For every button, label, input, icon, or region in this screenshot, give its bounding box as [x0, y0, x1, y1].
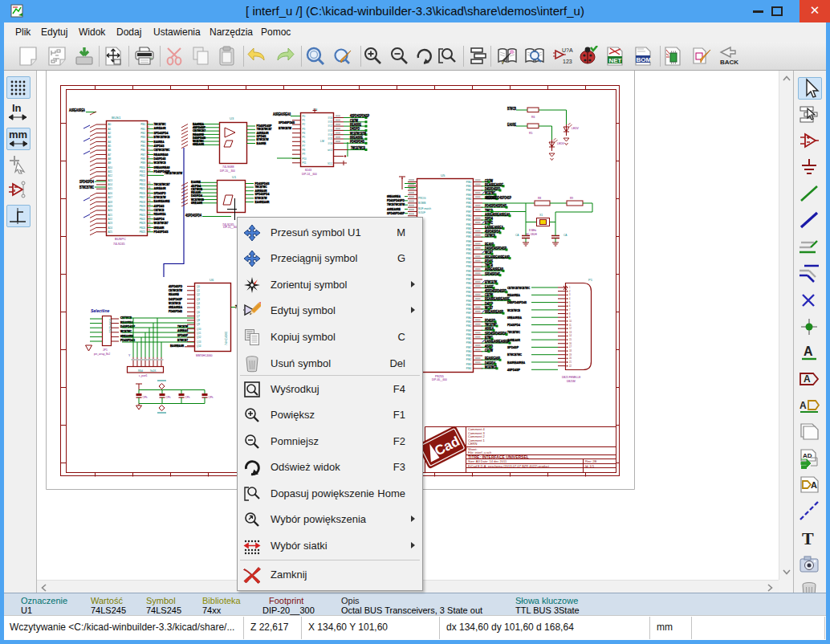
svg-text:9: 9 [569, 316, 571, 319]
svg-text:EA0RE: EA0RE [257, 142, 267, 145]
svg-text:17: 17 [569, 345, 572, 348]
svg-text:I/O2: I/O2 [328, 124, 333, 128]
svg-text:WCB7WCB: WCB7WCB [169, 302, 181, 305]
svg-text:PB19: PB19 [140, 205, 146, 208]
svg-text:P/B7: P/B7 [466, 210, 472, 214]
svg-text:PD4SPD4S: PD4SPD4S [169, 310, 183, 313]
svg-text:BUSPC: BUSPC [115, 237, 126, 241]
svg-text:P/B2: P/B2 [466, 291, 472, 294]
svg-text:P/B6: P/B6 [466, 274, 472, 277]
svg-text:D4SPD4: D4SPD4 [154, 218, 165, 221]
svg-text:T: T [802, 528, 814, 548]
svg-text:0REA0R: 0REA0R [191, 202, 202, 205]
svg-text:P/B3: P/B3 [466, 295, 472, 298]
svg-text:DIP-24__600: DIP-24__600 [302, 173, 317, 176]
svg-text:7WCB7WC: 7WCB7WC [507, 330, 520, 334]
svg-text:12: 12 [569, 327, 572, 330]
svg-text:PB11: PB11 [140, 170, 145, 173]
svg-text:Id: 1/1: Id: 1/1 [585, 464, 595, 468]
svg-text:Q13: Q13 [197, 340, 201, 344]
svg-text:EA0REA: EA0REA [154, 141, 165, 144]
svg-text:7WCB7WCB7W: 7WCB7WCB7W [387, 203, 405, 206]
svg-text:Q4: Q4 [197, 302, 200, 305]
svg-text:PB20: PB20 [140, 209, 146, 212]
svg-text:REA0REA0RE: REA0REA0RE [485, 183, 503, 187]
svg-text:4SPD4S: 4SPD4S [154, 145, 165, 148]
svg-text:P/B3: P/B3 [466, 363, 472, 366]
svg-text:21: 21 [569, 361, 572, 364]
svg-text:0REA0REA0: 0REA0REA0 [154, 166, 170, 169]
svg-text:A1: A1 [108, 128, 112, 131]
svg-text:4: 4 [569, 297, 571, 300]
svg-text:CPh: CPh [166, 396, 171, 399]
svg-text:D4SPD4: D4SPD4 [485, 361, 495, 365]
svg-text:DIP-40__600: DIP-40__600 [432, 378, 447, 381]
svg-text:Selectline: Selectline [91, 308, 110, 313]
svg-text:D4SPD4SPD4SP: D4SPD4SPD4SP [485, 247, 507, 251]
svg-text:A18: A18 [108, 201, 113, 204]
svg-text:EA0REA0R: EA0REA0R [170, 344, 184, 348]
svg-text:A8: A8 [108, 157, 112, 161]
svg-text:Rev: 2B: Rev: 2B [585, 459, 597, 463]
svg-text:In: In [12, 102, 22, 114]
svg-text:A25: A25 [108, 230, 113, 234]
svg-text:D4SPD4SP: D4SPD4SP [169, 298, 183, 301]
svg-text:Q14: Q14 [197, 344, 201, 348]
svg-text:Q9: Q9 [197, 323, 200, 326]
svg-text:Q7: Q7 [197, 315, 200, 318]
svg-text:PB24: PB24 [140, 226, 146, 230]
svg-text:DB25 FEMELLE: DB25 FEMELLE [562, 376, 580, 379]
svg-text:CB7WCB7W: CB7WCB7W [169, 289, 182, 292]
svg-text:B7WCB7WC: B7WCB7WC [507, 353, 522, 357]
svg-text:7WCB7WCB7W: 7WCB7WCB7W [165, 172, 182, 175]
svg-text:A10: A10 [108, 166, 113, 169]
svg-text:P/B4: P/B4 [466, 333, 472, 336]
svg-text:SPD4SPD4SP: SPD4SPD4SP [387, 212, 405, 215]
svg-text:15: 15 [569, 338, 572, 341]
svg-text:CPh: CPh [185, 396, 190, 399]
svg-text:PB25: PB25 [140, 230, 146, 234]
svg-text:SPD4SP: SPD4SP [177, 334, 189, 337]
svg-text:3: 3 [569, 293, 571, 296]
svg-text:P8: P8 [303, 149, 306, 152]
svg-text:DB25M: DB25M [567, 380, 576, 383]
svg-text:A0REA0REA0: A0REA0REA0 [273, 112, 291, 116]
svg-text:PB1: PB1 [140, 128, 145, 131]
svg-text:14: 14 [569, 334, 572, 337]
svg-text:P/B0: P/B0 [466, 282, 472, 285]
svg-text:A0REA0RE: A0REA0RE [387, 208, 401, 211]
svg-text:CA: CA [515, 234, 519, 237]
svg-text:PB10: PB10 [140, 166, 146, 169]
svg-text:P/B1: P/B1 [466, 354, 472, 357]
svg-text:SOUF: SOUF [418, 211, 425, 214]
svg-text:A: A [811, 480, 817, 490]
svg-text:A0REA0R: A0REA0R [154, 187, 166, 190]
svg-text:D4SPD4S: D4SPD4S [154, 157, 167, 161]
svg-text:PB21: PB21 [140, 214, 146, 217]
svg-text:Q10: Q10 [197, 328, 201, 331]
svg-text:0REA0REA0REA0R: 0REA0REA0REA0R [485, 255, 511, 259]
svg-text:A15: A15 [108, 187, 113, 190]
svg-text:PB23: PB23 [140, 222, 146, 225]
svg-text:PB0: PB0 [140, 123, 145, 126]
svg-text:BOMB: BOMB [418, 202, 425, 205]
svg-text:KiCad E.D.A. eeschema (2013-0: KiCad E.D.A. eeschema (2013-07-07 BZR 40… [468, 464, 550, 468]
svg-text:WCB7WCB7: WCB7WCB7 [154, 222, 169, 225]
svg-text:P0: P0 [303, 115, 306, 118]
svg-text:A22: A22 [108, 218, 113, 221]
svg-text:P/B2: P/B2 [466, 223, 472, 226]
svg-text:B7WCB7: B7WCB7 [177, 339, 188, 342]
svg-text:PD4SPD4SPD4S: PD4SPD4SPD4S [485, 204, 507, 208]
svg-text:DIP-20__300: DIP-20__300 [220, 169, 235, 173]
svg-text:0REA0REA: 0REA0REA [169, 306, 182, 309]
svg-text:P/B0: P/B0 [466, 316, 472, 320]
svg-text:P/B0: P/B0 [466, 350, 472, 353]
svg-text:WCB7WCB7W: WCB7WCB7W [350, 132, 366, 136]
svg-text:PD4SPD4S: PD4SPD4S [350, 140, 364, 144]
svg-text:A12: A12 [108, 174, 113, 177]
svg-text:PB3: PB3 [140, 136, 145, 139]
svg-text:13: 13 [569, 331, 572, 334]
svg-text:PB22: PB22 [140, 218, 146, 221]
svg-text:BACK: BACK [720, 59, 738, 66]
svg-text:SPD4SPD4S: SPD4SPD4S [279, 121, 295, 124]
